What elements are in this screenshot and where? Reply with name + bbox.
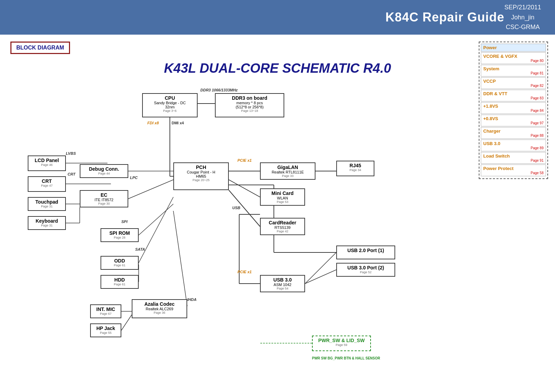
lpc-label: LPC (130, 176, 138, 180)
svg-line-28 (121, 315, 132, 330)
cardreader-page: Page 42 (263, 230, 302, 233)
spirom-page: Page 28 (104, 236, 135, 239)
block-gigalan: GigaLAN Realtek RTL8111E Page 33 (260, 162, 315, 180)
sidebar-power-label: Power (483, 45, 544, 50)
block-intmic: INT. MIC Page 67 (90, 304, 121, 318)
svg-line-19 (128, 180, 173, 199)
svg-line-26 (173, 211, 187, 306)
lvds-label: LVBS (66, 151, 76, 155)
sidebar-item-system[interactable]: System Page 81 (481, 65, 546, 77)
pch-sub: Cougar Point - HHM65 (177, 170, 225, 178)
debug-page: Page 44 (83, 172, 125, 175)
pwrsw-page: Page 59 (315, 343, 367, 347)
pcie-x1-top: PCIE x1 (237, 158, 252, 162)
block-azalia: Azalia Codec Realtek ALC269 Page 36 (132, 299, 187, 318)
lcd-title: LCD Panel (31, 158, 62, 163)
header-dept: CSC-GRMA (506, 24, 540, 30)
main-content: BLOCK DIAGRAM K43L DUAL-CORE SCHEMATIC R… (0, 35, 555, 392)
cpu-page: Page 3~6 (146, 109, 194, 113)
hdd-page: Page 61 (104, 283, 135, 286)
block-debug: Debug Conn. Page 44 (80, 164, 128, 178)
pwrsw-title: PWR_SW & LID_SW (315, 338, 367, 343)
azalia-title: Azalia Codec (135, 301, 184, 307)
block-spirom: SPI ROM Page 28 (101, 228, 139, 242)
block-rj45: RJ45 Page 34 (336, 161, 374, 176)
usb-label: USB (232, 206, 240, 210)
block-hpjack: HP Jack Page 55 (90, 323, 121, 337)
ec-page: Page 30 (83, 202, 125, 205)
cardreader-sub: RTS5139 (263, 225, 302, 230)
block-diagram-label: BLOCK DIAGRAM (10, 42, 70, 54)
minicard-sub: WLAN (263, 196, 302, 200)
ec-title: EC (83, 192, 125, 198)
block-crt: CRT Page 47 (28, 176, 66, 192)
keyboard-title: Keyboard (31, 218, 62, 224)
usb3asm-title: USB 3.0 (263, 277, 302, 283)
azalia-sub: Realtek ALC269 (135, 307, 184, 311)
svg-line-4 (229, 180, 260, 197)
block-cpu: CPU Sandy Bridge - DC32nm Page 3~6 (142, 93, 198, 117)
crt-arrow-label: CRT (68, 172, 75, 176)
ihda-label: IHDA (187, 297, 197, 302)
schematic-title: K43L DUAL-CORE SCHEMATIC R4.0 (10, 61, 545, 76)
rj45-title: RJ45 (340, 163, 371, 168)
block-keyboard: Keyboard Page 31 (28, 216, 66, 230)
pcie-x1-bot: PCIE x1 (237, 270, 252, 274)
hdd-title: HDD (104, 277, 135, 283)
intmic-title: INT. MIC (94, 306, 118, 312)
pwrsw-sub: PWR SW BG_PWR BTN & HALL SENSOR (312, 356, 380, 360)
crt-title: CRT (31, 178, 62, 184)
svg-line-12 (305, 252, 336, 284)
ec-sub: ITE IT8572 (83, 198, 125, 202)
keyboard-page: Page 31 (31, 224, 62, 227)
crt-page: Page 47 (31, 184, 62, 187)
cpu-sub: Sandy Bridge - DC32nm (146, 101, 194, 109)
block-ec: EC ITE IT8572 Page 30 (80, 190, 128, 207)
hpjack-title: HP Jack (94, 326, 118, 331)
touchpad-page: Page 31 (31, 205, 62, 208)
hpjack-page: Page 55 (94, 331, 118, 335)
usb20-title: USB 2.0 Port (1) (340, 248, 392, 253)
rj45-page: Page 34 (340, 168, 371, 172)
pch-page: Page 20~25 (177, 178, 225, 182)
block-odd: ODD Page 61 (101, 256, 139, 270)
block-ddr3: DDR3 on board memory * 8 pcs(512*8 or 25… (215, 93, 284, 117)
touchpad-title: Touchpad (31, 199, 62, 205)
block-lcd: LCD Panel Page 46 (28, 155, 66, 171)
header: K84C Repair Guide SEP/21/2011 John_jin C… (0, 0, 555, 35)
usb3asm-sub: ASM 1042 (263, 283, 302, 287)
block-usb20: USB 2.0 Port (1) (336, 246, 395, 259)
minicard-title: Mini Card (263, 190, 302, 196)
azalia-page: Page 36 (135, 311, 184, 314)
odd-title: ODD (104, 258, 135, 264)
page-title: K84C Repair Guide (385, 10, 504, 25)
pch-title: PCH (177, 164, 225, 170)
usb30port-page: Page 52 (340, 270, 392, 274)
ddr3-page: Page 13~18 (218, 109, 281, 113)
usb30port-title: USB 3.0 Port (2) (340, 265, 392, 270)
sata-label: SATA (135, 247, 145, 251)
cpu-title: CPU (146, 95, 194, 101)
odd-page: Page 61 (104, 264, 135, 267)
gigalan-page: Page 33 (263, 174, 312, 178)
spirom-title: SPI ROM (104, 230, 135, 236)
block-pwrsw: PWR_SW & LID_SW Page 59 (312, 336, 371, 351)
svg-line-13 (305, 270, 336, 284)
svg-line-24 (139, 197, 173, 263)
gigalan-sub: Realtek RTL8111E (263, 170, 312, 174)
lcd-page: Page 46 (31, 163, 62, 167)
sidebar-power-header[interactable]: Power (481, 44, 546, 52)
spi-label: SPI (121, 220, 128, 224)
ddr3-title: DDR3 on board (218, 95, 281, 101)
debug-title: Debug Conn. (83, 166, 125, 172)
header-info: SEP/21/2011 John_jin CSC-GRMA (504, 2, 541, 32)
fdi-label: FDI x8 (147, 121, 159, 125)
usb3asm-page: Page 54 (263, 287, 302, 290)
ddr3-arrow-label: DDR3 1066/1333MHz (200, 88, 238, 92)
header-author: John_jin (511, 14, 534, 21)
block-usb3asm: USB 3.0 ASM 1042 Page 54 (260, 275, 305, 292)
ddr3-sub: memory * 8 pcs(512*8 or 256*8) (218, 101, 281, 109)
svg-line-23 (139, 204, 173, 235)
sidebar-item-vcore[interactable]: VCORE & VGFX Page 80 (481, 52, 546, 64)
gigalan-title: GigaLAN (263, 164, 312, 170)
